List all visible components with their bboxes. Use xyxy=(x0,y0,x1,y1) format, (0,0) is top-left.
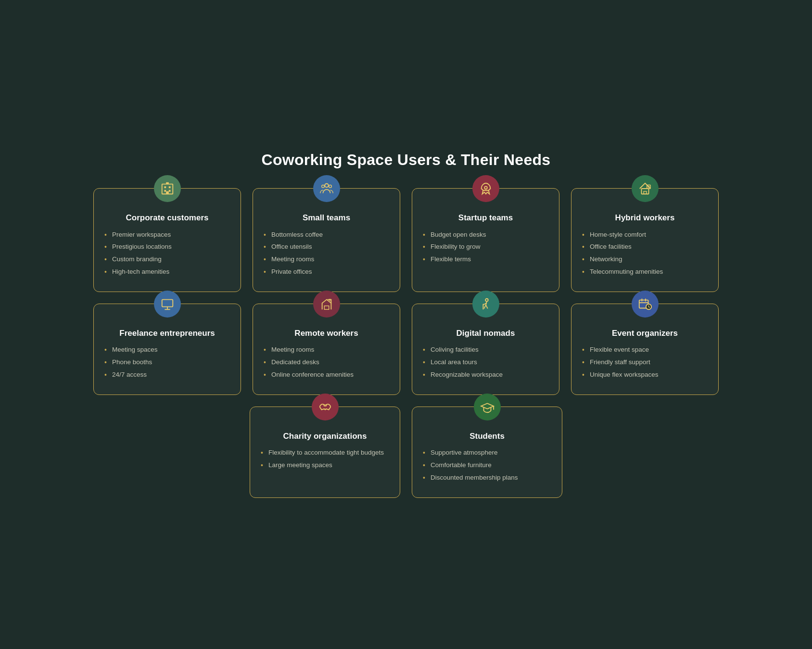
hybrid-list: Home-style comfort Office facilities Net… xyxy=(582,230,708,280)
card-startup: Startup teams Budget open desks Flexibil… xyxy=(412,188,559,292)
svg-rect-5 xyxy=(166,191,169,194)
list-item: Budget open desks xyxy=(423,230,548,240)
graduation-icon xyxy=(480,400,495,414)
remote-list: Meeting rooms Dedicated desks Online con… xyxy=(264,345,389,383)
list-item: Supportive atmosphere xyxy=(423,448,551,458)
svg-rect-17 xyxy=(162,300,173,307)
list-item: Comfortable furniture xyxy=(423,461,551,470)
students-icon xyxy=(474,394,501,420)
event-title: Event organizers xyxy=(582,328,708,339)
card-remote: Remote workers Meeting rooms Dedicated d… xyxy=(253,304,400,395)
list-item: Recognizable workspace xyxy=(423,370,548,380)
svg-rect-1 xyxy=(164,187,166,189)
freelance-title: Freelance entrepreneurs xyxy=(104,328,230,339)
charity-list: Flexibility to accommodate tight budgets… xyxy=(261,448,389,473)
hiker-icon xyxy=(479,297,493,311)
hybrid-title: Hybrid workers xyxy=(582,213,708,223)
card-corporate: Corporate customers Premier workspaces P… xyxy=(93,188,241,292)
list-item: Large meeting spaces xyxy=(261,461,389,470)
remote-title: Remote workers xyxy=(264,328,389,339)
small-teams-list: Bottomless coffee Office utensils Meetin… xyxy=(264,230,389,280)
event-icon xyxy=(632,291,659,318)
svg-point-21 xyxy=(485,299,488,302)
svg-rect-7 xyxy=(166,182,169,184)
list-item: Custom branding xyxy=(104,255,230,264)
svg-rect-4 xyxy=(168,190,170,192)
event-list: Flexible event space Friendly staff supp… xyxy=(582,345,708,383)
svg-point-8 xyxy=(325,184,329,188)
list-item: Friendly staff support xyxy=(582,358,708,367)
card-nomads: Digital nomads Coliving facilities Local… xyxy=(412,304,559,395)
calendar-clock-icon xyxy=(638,297,652,311)
startup-title: Startup teams xyxy=(423,213,548,223)
corporate-list: Premier workspaces Prestigious locations… xyxy=(104,230,230,280)
list-item: Office utensils xyxy=(264,242,389,252)
svg-point-11 xyxy=(484,187,487,190)
handshake-icon xyxy=(318,400,332,414)
list-item: Private offices xyxy=(264,267,389,277)
home-office-icon xyxy=(638,181,652,196)
list-item: Flexible event space xyxy=(582,345,708,355)
startup-icon xyxy=(472,175,499,202)
list-item: Phone booths xyxy=(104,358,230,367)
list-item: 24/7 access xyxy=(104,370,230,380)
svg-rect-2 xyxy=(168,187,170,189)
svg-line-24 xyxy=(486,305,488,309)
people-icon xyxy=(319,181,334,196)
card-charity: Charity organizations Flexibility to acc… xyxy=(250,407,400,498)
freelance-icon xyxy=(154,291,181,318)
students-list: Supportive atmosphere Comfortable furnit… xyxy=(423,448,551,486)
list-item: Coliving facilities xyxy=(423,345,548,355)
list-item: Flexible terms xyxy=(423,255,548,264)
nomads-list: Coliving facilities Local area tours Rec… xyxy=(423,345,548,383)
list-item: Premier workspaces xyxy=(104,230,230,240)
list-item: Local area tours xyxy=(423,358,548,367)
home-flag-icon xyxy=(319,297,334,311)
row-1: Corporate customers Premier workspaces P… xyxy=(93,188,719,292)
page-title: Coworking Space Users & Their Needs xyxy=(93,151,719,169)
list-item: Office facilities xyxy=(582,242,708,252)
svg-point-9 xyxy=(321,185,324,188)
corporate-title: Corporate customers xyxy=(104,213,230,223)
nomads-icon xyxy=(472,291,499,318)
freelance-list: Meeting spaces Phone booths 24/7 access xyxy=(104,345,230,383)
card-event: Event organizers Flexible event space Fr… xyxy=(571,304,719,395)
list-item: Discounted membership plans xyxy=(423,473,551,483)
svg-rect-3 xyxy=(164,190,166,192)
list-item: Meeting rooms xyxy=(264,345,389,355)
corporate-icon xyxy=(154,175,181,202)
list-item: Unique flex workspaces xyxy=(582,370,708,380)
svg-point-10 xyxy=(329,185,331,188)
list-item: Home-style comfort xyxy=(582,230,708,240)
list-item: High-tech amenities xyxy=(104,267,230,277)
card-small-teams: Small teams Bottomless coffee Office ute… xyxy=(253,188,400,292)
list-item: Bottomless coffee xyxy=(264,230,389,240)
nomads-title: Digital nomads xyxy=(423,328,548,339)
rocket-icon xyxy=(479,181,493,196)
list-item: Flexibility to accommodate tight budgets xyxy=(261,448,389,458)
row-3: Charity organizations Flexibility to acc… xyxy=(93,407,719,498)
list-item: Online conference amenities xyxy=(264,370,389,380)
card-hybrid: Hybrid workers Home-style comfort Office… xyxy=(571,188,719,292)
charity-icon xyxy=(312,394,339,420)
page-wrapper: Coworking Space Users & Their Needs Corp… xyxy=(93,151,719,497)
card-freelance: Freelance entrepreneurs Meeting spaces P… xyxy=(93,304,241,395)
students-title: Students xyxy=(423,431,551,442)
small-teams-icon xyxy=(313,175,340,202)
list-item: Telecommuting amenities xyxy=(582,267,708,277)
svg-line-23 xyxy=(484,305,486,309)
list-item: Dedicated desks xyxy=(264,358,389,367)
monitor-icon xyxy=(160,297,175,311)
svg-rect-20 xyxy=(324,306,329,310)
startup-list: Budget open desks Flexibility to grow Fl… xyxy=(423,230,548,268)
list-item: Flexibility to grow xyxy=(423,242,548,252)
list-item: Meeting rooms xyxy=(264,255,389,264)
card-students: Students Supportive atmosphere Comfortab… xyxy=(412,407,562,498)
building-icon xyxy=(160,181,175,196)
list-item: Prestigious locations xyxy=(104,242,230,252)
remote-icon xyxy=(313,291,340,318)
hybrid-icon xyxy=(632,175,659,202)
charity-title: Charity organizations xyxy=(261,431,389,442)
row-2: Freelance entrepreneurs Meeting spaces P… xyxy=(93,304,719,395)
small-teams-title: Small teams xyxy=(264,213,389,223)
